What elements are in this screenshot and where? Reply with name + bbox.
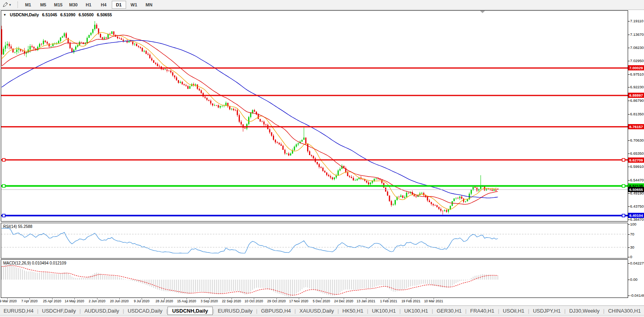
date-tick — [254, 298, 254, 299]
quote-high: 6.51090 — [60, 12, 76, 17]
symbol-marker-icon: ▼ — [3, 13, 6, 17]
chart-tab-bar: EURUSD,H4|USDCHF,Daily|AUDUSD,Daily|USDC… — [0, 305, 644, 315]
date-tick — [321, 298, 322, 299]
rsi-name: RSI(14) — [3, 224, 17, 229]
macd-histogram — [2, 264, 498, 297]
tab-xauusd-daily[interactable]: XAUUSD,Daily — [296, 307, 338, 315]
date-label: 10 Mar 2021 — [424, 299, 443, 303]
price-tick — [628, 220, 630, 220]
price-tick-label: 6.54470 — [630, 178, 644, 182]
terminal-window: ▾ M1M5M15M30H1H4D1W1MN ▼ USDCNH,Daily 6.… — [0, 0, 644, 317]
macd-name: MACD(12,26,9) — [3, 261, 31, 265]
price-tick — [628, 114, 630, 115]
price-tick-label: 6.43750 — [630, 204, 644, 208]
macd-tick — [628, 263, 630, 264]
date-tick — [344, 298, 344, 299]
date-label: 20 Jun 2020 — [110, 299, 129, 303]
macd-value-main: 0.010494 — [32, 261, 49, 265]
date-label: 5 Dec 2020 — [313, 299, 330, 303]
line-handle[interactable] — [622, 214, 625, 217]
date-label: 7 Apr 2020 — [21, 299, 37, 303]
hline-6.52138[interactable] — [1, 185, 628, 187]
line-handle[interactable] — [622, 159, 625, 161]
timeframe-button-m30[interactable]: M30 — [66, 1, 81, 9]
timeframe-button-d1[interactable]: D1 — [112, 1, 126, 9]
hline-6.62709[interactable] — [1, 159, 628, 161]
timeframe-button-m5[interactable]: M5 — [36, 1, 51, 9]
rsi-tick-label: 0 — [630, 255, 632, 259]
price-tick-label: 6.38470 — [630, 217, 644, 222]
hline-6.40104[interactable] — [1, 214, 628, 217]
toolbar-grip[interactable] — [18, 2, 18, 8]
rsi-tick — [628, 247, 630, 248]
tab-usdjpy-h1[interactable]: USDJPY,H1 — [529, 307, 564, 315]
date-tick — [276, 298, 277, 299]
hline-price-label: 6.76157 — [628, 124, 644, 129]
price-tick-label: 7.13670 — [630, 32, 644, 37]
tab-eurusd-daily[interactable]: EURUSD,Daily — [214, 307, 256, 315]
price-tick — [628, 193, 630, 194]
hline-price-label: 6.52138 — [628, 183, 644, 189]
date-label: 25 Apr 2020 — [43, 299, 61, 303]
date-tick — [164, 298, 165, 299]
price-tick — [628, 35, 630, 35]
tab-china300-h1[interactable]: CHINA300,H1 — [605, 307, 644, 315]
tab-usoil-h1[interactable]: USOil,H1 — [499, 307, 528, 315]
price-tick — [628, 101, 630, 101]
status-strip — [0, 315, 644, 317]
tab-hk50-h1[interactable]: HK50,H1 — [339, 307, 367, 315]
drawing-tool-button[interactable]: ▾ — [0, 0, 14, 10]
tab-uk100-h1[interactable]: UK100,H1 — [401, 307, 432, 315]
line-handle[interactable] — [622, 185, 625, 187]
price-tick — [628, 87, 630, 88]
timeframe-button-mn[interactable]: MN — [142, 1, 156, 9]
price-tick-label: 6.49190 — [630, 191, 644, 195]
quote-low: 6.50500 — [78, 12, 93, 17]
date-tick — [366, 298, 366, 299]
caret-down-icon[interactable]: ▾ — [9, 3, 11, 7]
date-tick — [119, 298, 120, 299]
tab-audusd-daily[interactable]: AUDUSD,Daily — [81, 307, 123, 315]
price-tick — [628, 167, 630, 167]
line-handle[interactable] — [2, 214, 5, 217]
date-tick — [389, 298, 389, 299]
date-label: 24 Dec 2020 — [334, 299, 353, 303]
moving-average-8 — [2, 32, 498, 209]
tab-usdchf-daily[interactable]: USDCHF,Daily — [39, 307, 80, 315]
timeframe-buttons: M1M5M15M30H1H4D1W1MN — [21, 1, 157, 9]
macd-tick — [628, 280, 630, 280]
timeframe-button-m1[interactable]: M1 — [21, 1, 35, 9]
price-tick-label: 6.92230 — [630, 85, 644, 89]
price-tick-label: 7.02950 — [630, 58, 644, 63]
tab-uk100-h1[interactable]: UK100,H1 — [368, 307, 399, 315]
tab-usdcad-daily[interactable]: USDCAD,Daily — [124, 307, 166, 315]
timeframe-button-w1[interactable]: W1 — [127, 1, 141, 9]
line-handle[interactable] — [2, 159, 5, 161]
macd-panel-canvas[interactable] — [1, 259, 628, 298]
price-tick — [628, 154, 630, 154]
chart-shift-marker-icon[interactable] — [480, 11, 485, 13]
tab-ger30-h1[interactable]: GER30,H1 — [433, 307, 465, 315]
rsi-label: RSI(14) 55.2588 — [3, 224, 32, 229]
timeframe-button-m15[interactable]: M15 — [51, 1, 66, 9]
price-tick-label: 6.65350 — [630, 151, 644, 156]
tab-gbpusd-h4[interactable]: GBPUSD,H4 — [257, 307, 294, 315]
tab-usdcnh-daily[interactable]: USDCNH,Daily — [167, 307, 213, 315]
tab-eurusd-h4[interactable]: EURUSD,H4 — [0, 307, 37, 315]
timeframe-button-h1[interactable]: H1 — [82, 1, 96, 9]
date-tick — [209, 298, 210, 299]
main-chart-canvas[interactable] — [1, 10, 628, 222]
timeframe-button-h4[interactable]: H4 — [97, 1, 111, 9]
line-handle[interactable] — [2, 185, 5, 187]
date-tick — [7, 298, 8, 299]
rsi-panel-canvas[interactable] — [1, 223, 628, 259]
hline-price-label: 6.62709 — [628, 158, 644, 163]
date-tick — [434, 298, 434, 299]
date-label: 19 Feb 2021 — [401, 299, 420, 303]
macd-signal-line — [2, 266, 498, 296]
date-tick — [411, 298, 411, 299]
tab-dj30-weekly[interactable]: DJ30,Weekly — [566, 307, 603, 315]
tab-fra40-h1[interactable]: FRA40,H1 — [467, 307, 498, 315]
price-tick-label: 6.97510 — [630, 72, 644, 76]
price-tick-label: 7.19110 — [630, 19, 644, 23]
